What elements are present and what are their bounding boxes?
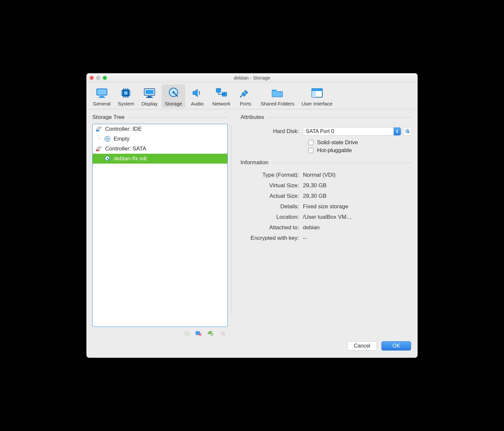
- hard-disk-port-select[interactable]: SATA Port 0 ▲▼: [303, 127, 401, 136]
- svg-point-26: [243, 91, 245, 93]
- cancel-button[interactable]: Cancel: [347, 341, 377, 351]
- settings-toolbar: General System Display Storage Audio: [86, 82, 418, 109]
- network-icon: [215, 86, 228, 100]
- svg-point-34: [107, 138, 108, 140]
- tab-system[interactable]: System: [114, 84, 137, 108]
- minimize-window-button[interactable]: [96, 76, 100, 80]
- remove-controller-button[interactable]: [218, 329, 226, 337]
- info-label: Attached to:: [241, 224, 303, 231]
- info-label: Location:: [241, 214, 303, 220]
- svg-rect-32: [96, 130, 99, 131]
- tab-label: Network: [212, 101, 230, 106]
- ide-controller-icon: [95, 125, 103, 133]
- choose-disk-button[interactable]: [403, 127, 412, 136]
- tab-user-interface[interactable]: User Interface: [298, 84, 336, 108]
- tab-label: Shared Folders: [261, 101, 294, 106]
- settings-window: debian - Storage General System Display: [86, 73, 418, 358]
- hotplug-checkbox[interactable]: Hot-pluggable: [307, 147, 412, 154]
- content-area: Storage Tree Controller: IDE: [86, 109, 418, 337]
- attributes-header: Attributes: [241, 114, 412, 121]
- svg-rect-2: [100, 96, 104, 97]
- info-value: Fixed size storage: [303, 203, 412, 210]
- hard-drive-icon: [167, 86, 180, 100]
- tab-audio[interactable]: Audio: [186, 84, 208, 108]
- tree-label: Controller: SATA: [105, 146, 146, 152]
- add-attachment-button[interactable]: [183, 329, 190, 337]
- tab-general[interactable]: General: [90, 84, 114, 108]
- optical-drive-empty[interactable]: Empty: [93, 134, 227, 144]
- svg-rect-1: [97, 89, 106, 95]
- chip-icon: [119, 86, 132, 100]
- info-value: 29,30 GB: [303, 182, 412, 189]
- ok-button[interactable]: OK: [381, 341, 411, 351]
- divider: [128, 117, 228, 118]
- tree-label: Controller: IDE: [105, 126, 142, 132]
- monitor-icon: [95, 86, 108, 100]
- sata-controller-icon: [95, 145, 103, 152]
- window-layout-icon: [310, 86, 324, 100]
- add-controller-button[interactable]: [207, 329, 214, 337]
- info-label: Details:: [241, 203, 303, 210]
- hotplug-label: Hot-pluggable: [317, 147, 352, 154]
- info-row-details: Details: Fixed size storage: [241, 203, 412, 210]
- info-row-encrypted: Encrypted with key: --: [241, 235, 412, 241]
- tab-label: General: [93, 101, 110, 106]
- tab-network[interactable]: Network: [209, 84, 234, 108]
- tab-ports[interactable]: Ports: [234, 84, 257, 108]
- info-row-type: Type (Format): Normal (VDI): [241, 172, 412, 178]
- disk-options: Solid-state Drive Hot-pluggable: [307, 138, 412, 155]
- svg-rect-19: [146, 90, 153, 94]
- display-icon: [143, 86, 156, 100]
- info-label: Type (Format):: [241, 172, 303, 178]
- info-row-actual-size: Actual Size: 29,30 GB: [241, 193, 412, 199]
- optical-disc-icon: [104, 135, 111, 143]
- select-arrows-icon: ▲▼: [394, 127, 401, 135]
- ssd-label: Solid-state Drive: [317, 139, 358, 146]
- tab-label: Audio: [191, 101, 203, 106]
- section-header: Storage Tree: [92, 114, 228, 121]
- section-title: Storage Tree: [92, 114, 125, 121]
- info-label: Virtual Size:: [241, 182, 303, 189]
- hard-disk-icon: [104, 155, 111, 162]
- details-pane: Attributes Hard Disk: SATA Port 0 ▲▼: [235, 114, 412, 337]
- svg-rect-30: [312, 89, 322, 91]
- tab-storage[interactable]: Storage: [162, 84, 186, 108]
- vertical-separator: [231, 125, 231, 314]
- tab-label: Display: [141, 101, 157, 106]
- ports-icon: [239, 86, 252, 100]
- tab-label: Storage: [165, 101, 182, 106]
- dialog-footer: Cancel OK: [86, 337, 418, 358]
- storage-tree[interactable]: Controller: IDE Empty Controller: SATA: [92, 124, 228, 327]
- info-value: --: [303, 235, 412, 241]
- hotplug-input[interactable]: [308, 148, 313, 153]
- svg-rect-3: [99, 97, 105, 98]
- svg-rect-28: [272, 90, 277, 91]
- ssd-checkbox[interactable]: Solid-state Drive: [307, 139, 412, 146]
- tab-label: Ports: [240, 101, 251, 106]
- button-label: Cancel: [354, 343, 370, 349]
- window-title: debian - Storage: [86, 75, 418, 80]
- info-value: /User tualBox VM…: [303, 214, 412, 220]
- info-row-location: Location: /User tualBox VM…: [241, 214, 412, 220]
- tree-label: Empty: [114, 136, 129, 142]
- ssd-input[interactable]: [308, 140, 313, 145]
- tab-shared-folders[interactable]: Shared Folders: [257, 84, 298, 108]
- tab-label: System: [118, 101, 134, 106]
- controller-ide[interactable]: Controller: IDE: [93, 124, 227, 134]
- folder-icon: [271, 86, 284, 100]
- svg-rect-35: [96, 150, 99, 151]
- divider: [267, 117, 412, 118]
- close-window-button[interactable]: [90, 76, 94, 80]
- disk-debian-fix[interactable]: debian-fix.vdi: [93, 154, 227, 164]
- zoom-window-button[interactable]: [103, 76, 107, 80]
- info-row-attached-to: Attached to: debian: [241, 224, 412, 231]
- titlebar: debian - Storage: [86, 73, 418, 82]
- tab-display[interactable]: Display: [138, 84, 161, 108]
- remove-attachment-button[interactable]: [195, 329, 202, 337]
- hard-disk-label: Hard Disk:: [241, 128, 303, 135]
- tab-label: User Interface: [302, 101, 332, 106]
- controller-sata[interactable]: Controller: SATA: [93, 144, 227, 154]
- select-value: SATA Port 0: [306, 128, 334, 134]
- info-label: Actual Size:: [241, 193, 303, 199]
- section-title: Attributes: [241, 114, 264, 121]
